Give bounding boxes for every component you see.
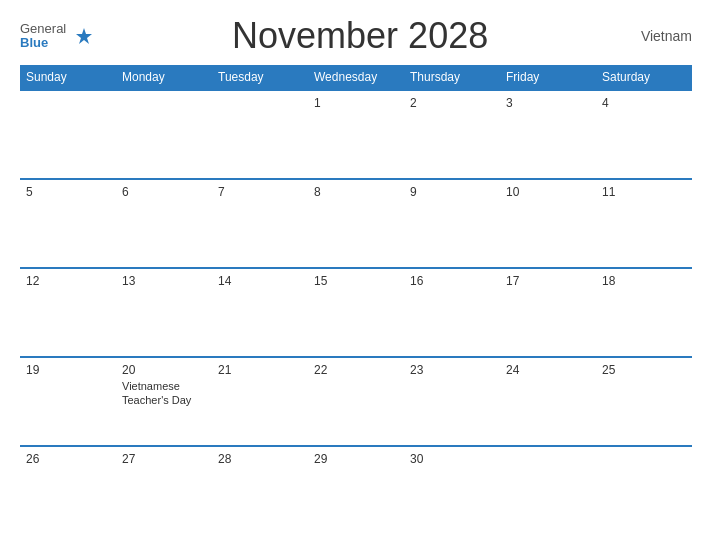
col-wednesday: Wednesday [308,65,404,90]
day-number: 18 [602,274,686,288]
col-saturday: Saturday [596,65,692,90]
day-number: 6 [122,185,206,199]
calendar-table: Sunday Monday Tuesday Wednesday Thursday… [20,65,692,535]
calendar-cell: 27 [116,446,212,535]
day-number: 24 [506,363,590,377]
calendar-cell: 30 [404,446,500,535]
day-number: 7 [218,185,302,199]
calendar-cell: 23 [404,357,500,446]
calendar-cell: 17 [500,268,596,357]
day-number: 21 [218,363,302,377]
day-number: 23 [410,363,494,377]
calendar-cell [500,446,596,535]
col-sunday: Sunday [20,65,116,90]
calendar-header-row: Sunday Monday Tuesday Wednesday Thursday… [20,65,692,90]
calendar-week-row: 1920Vietnamese Teacher's Day2122232425 [20,357,692,446]
logo: General Blue [20,22,98,51]
day-number: 20 [122,363,206,377]
calendar-cell: 13 [116,268,212,357]
day-number: 16 [410,274,494,288]
calendar-week-row: 12131415161718 [20,268,692,357]
calendar-cell: 20Vietnamese Teacher's Day [116,357,212,446]
calendar-cell: 21 [212,357,308,446]
logo-text: General Blue [20,22,66,51]
day-number: 25 [602,363,686,377]
calendar-cell [116,90,212,179]
day-number: 5 [26,185,110,199]
day-number: 12 [26,274,110,288]
day-number: 13 [122,274,206,288]
logo-blue: Blue [20,36,66,50]
day-number: 15 [314,274,398,288]
calendar-cell: 9 [404,179,500,268]
calendar-cell [20,90,116,179]
col-friday: Friday [500,65,596,90]
calendar-cell: 8 [308,179,404,268]
calendar-cell: 4 [596,90,692,179]
calendar-header: General Blue November 2028 Vietnam [20,15,692,57]
day-number: 10 [506,185,590,199]
calendar-week-row: 567891011 [20,179,692,268]
calendar-cell: 24 [500,357,596,446]
day-number: 11 [602,185,686,199]
logo-icon [70,26,98,46]
day-number: 4 [602,96,686,110]
calendar-title: November 2028 [98,15,622,57]
calendar-cell: 25 [596,357,692,446]
calendar-cell: 22 [308,357,404,446]
col-monday: Monday [116,65,212,90]
calendar-cell: 28 [212,446,308,535]
calendar-cell: 16 [404,268,500,357]
calendar-cell: 6 [116,179,212,268]
calendar-cell: 3 [500,90,596,179]
calendar-cell: 26 [20,446,116,535]
day-number: 17 [506,274,590,288]
day-number: 9 [410,185,494,199]
day-number: 22 [314,363,398,377]
day-number: 29 [314,452,398,466]
calendar-page: General Blue November 2028 Vietnam Sunda… [0,0,712,550]
calendar-cell: 1 [308,90,404,179]
day-number: 1 [314,96,398,110]
calendar-cell: 19 [20,357,116,446]
calendar-cell: 7 [212,179,308,268]
day-number: 26 [26,452,110,466]
calendar-cell: 10 [500,179,596,268]
day-number: 14 [218,274,302,288]
country-label: Vietnam [622,28,692,44]
calendar-cell [212,90,308,179]
day-number: 2 [410,96,494,110]
day-number: 27 [122,452,206,466]
calendar-cell: 14 [212,268,308,357]
holiday-label: Vietnamese Teacher's Day [122,380,191,406]
day-number: 8 [314,185,398,199]
calendar-cell: 11 [596,179,692,268]
calendar-cell: 2 [404,90,500,179]
calendar-week-row: 1234 [20,90,692,179]
calendar-cell: 15 [308,268,404,357]
calendar-cell: 29 [308,446,404,535]
calendar-cell [596,446,692,535]
day-number: 19 [26,363,110,377]
col-thursday: Thursday [404,65,500,90]
calendar-body: 1234567891011121314151617181920Vietnames… [20,90,692,535]
calendar-cell: 5 [20,179,116,268]
calendar-cell: 12 [20,268,116,357]
day-number: 3 [506,96,590,110]
col-tuesday: Tuesday [212,65,308,90]
logo-general: General [20,22,66,36]
day-number: 28 [218,452,302,466]
calendar-cell: 18 [596,268,692,357]
day-number: 30 [410,452,494,466]
calendar-week-row: 2627282930 [20,446,692,535]
